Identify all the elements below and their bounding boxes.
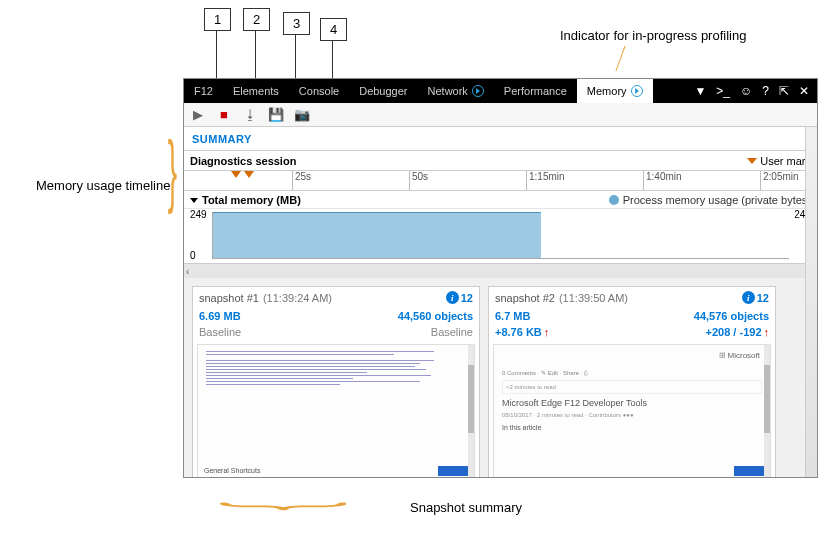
diagnostics-header: Diagnostics session User mark bbox=[184, 151, 817, 171]
snapshot-card: snapshot #1 (11:39:24 AM) 12 6.69 MB 44,… bbox=[192, 286, 480, 477]
snapshot-time: (11:39:50 AM) bbox=[559, 292, 628, 304]
toolbar: ▶ ■ ⭳ 💾 📷 bbox=[184, 103, 817, 127]
snapshot-preview[interactable]: Microsoft 0 Comments · ✎ Edit · Share · … bbox=[493, 344, 771, 477]
snapshot-delta-objects: Baseline bbox=[431, 326, 473, 338]
feedback-icon[interactable]: ☺ bbox=[740, 84, 752, 98]
snapshot-title: snapshot #2 bbox=[495, 292, 555, 304]
snapshot-size-link[interactable]: 6.7 MB bbox=[495, 310, 530, 322]
snapshot-delta-size-link[interactable]: +8.76 KB↑ bbox=[495, 326, 549, 338]
tab-debugger[interactable]: Debugger bbox=[349, 79, 417, 103]
snapshot-delta-objects-link[interactable]: +208 / -192↑ bbox=[706, 326, 769, 338]
tab-bar: F12 Elements Console Debugger Network Pe… bbox=[184, 79, 817, 103]
stop-button[interactable]: ■ bbox=[216, 107, 232, 123]
timeline-ruler[interactable]: 25s 50s 1:15min 1:40min 2:05min bbox=[184, 171, 817, 191]
snapshot-title: snapshot #1 bbox=[199, 292, 259, 304]
snapshot-objects-link[interactable]: 44,576 objects bbox=[694, 310, 769, 322]
play-button[interactable]: ▶ bbox=[190, 107, 206, 123]
memory-header[interactable]: Total memory (MB) Process memory usage (… bbox=[184, 191, 817, 209]
callout-3: 3 bbox=[283, 12, 310, 35]
memory-chart[interactable]: 249 0 249 0 bbox=[184, 209, 817, 264]
tick: 25s bbox=[292, 171, 311, 190]
play-indicator-icon bbox=[631, 85, 643, 97]
indicator-label: Indicator for in-progress profiling bbox=[560, 28, 746, 43]
tick: 1:40min bbox=[643, 171, 682, 190]
snapshot-objects-link[interactable]: 44,560 objects bbox=[398, 310, 473, 322]
snapshot-preview[interactable]: General Shortcuts bbox=[197, 344, 475, 477]
microsoft-logo-icon: Microsoft bbox=[719, 351, 760, 360]
callout-1: 1 bbox=[204, 8, 231, 31]
tick: 2:05min bbox=[760, 171, 799, 190]
snapshot-camera-button[interactable]: 📷 bbox=[294, 107, 310, 123]
callout-2: 2 bbox=[243, 8, 270, 31]
tick: 1:15min bbox=[526, 171, 565, 190]
callout-4: 4 bbox=[320, 18, 347, 41]
chart-scrollbar[interactable]: ‹› bbox=[184, 264, 817, 278]
console-icon[interactable]: >_ bbox=[716, 84, 730, 98]
snapshot-info-button[interactable]: 12 bbox=[446, 291, 473, 304]
snapshot-time: (11:39:24 AM) bbox=[263, 292, 332, 304]
window-scrollbar[interactable] bbox=[805, 127, 817, 477]
collapse-icon[interactable] bbox=[190, 194, 202, 206]
import-button[interactable]: ⭳ bbox=[242, 107, 258, 123]
snapshot-size-link[interactable]: 6.69 MB bbox=[199, 310, 241, 322]
play-indicator-icon bbox=[472, 85, 484, 97]
tab-memory[interactable]: Memory bbox=[577, 79, 653, 103]
user-mark-legend: User mark bbox=[747, 155, 811, 167]
summary-header: SUMMARY bbox=[184, 127, 817, 151]
devtools-panel: F12 Elements Console Debugger Network Pe… bbox=[183, 78, 818, 478]
tab-elements[interactable]: Elements bbox=[223, 79, 289, 103]
snapshot-summary-label: Snapshot summary bbox=[410, 500, 522, 515]
snapshot-info-button[interactable]: 12 bbox=[742, 291, 769, 304]
snapshot-delta-size: Baseline bbox=[199, 326, 241, 338]
snapshots-container: snapshot #1 (11:39:24 AM) 12 6.69 MB 44,… bbox=[184, 278, 817, 477]
tab-console[interactable]: Console bbox=[289, 79, 349, 103]
up-arrow-icon: ↑ bbox=[764, 326, 770, 338]
timeline-label: Memory usage timeline bbox=[36, 178, 170, 193]
tick: 50s bbox=[409, 171, 428, 190]
up-arrow-icon: ↑ bbox=[544, 326, 550, 338]
user-mark-icon bbox=[231, 171, 241, 178]
snapshot-card: snapshot #2 (11:39:50 AM) 12 6.7 MB 44,5… bbox=[488, 286, 776, 477]
tab-f12[interactable]: F12 bbox=[184, 79, 223, 103]
pin-icon[interactable]: ⇱ bbox=[779, 84, 789, 98]
tab-network[interactable]: Network bbox=[418, 79, 494, 103]
help-icon[interactable]: ? bbox=[762, 84, 769, 98]
memory-legend: Process memory usage (private bytes) bbox=[609, 194, 811, 206]
user-mark-icon bbox=[244, 171, 254, 178]
close-icon[interactable]: ✕ bbox=[799, 84, 809, 98]
chart-area-fill bbox=[213, 212, 541, 258]
export-button[interactable]: 💾 bbox=[268, 107, 284, 123]
tab-performance[interactable]: Performance bbox=[494, 79, 577, 103]
dropdown-icon[interactable]: ▼ bbox=[694, 84, 706, 98]
